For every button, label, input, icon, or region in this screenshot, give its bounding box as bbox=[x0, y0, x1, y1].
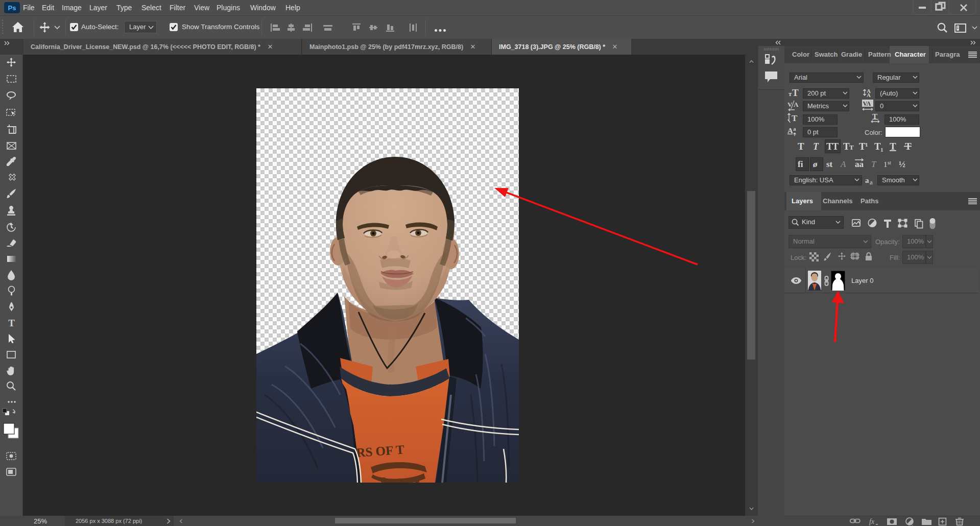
svg-text:A: A bbox=[787, 127, 793, 135]
svg-text:st: st bbox=[888, 160, 891, 165]
svg-text:т: т bbox=[788, 90, 792, 98]
svg-text:T: T bbox=[813, 141, 819, 152]
svg-text:1: 1 bbox=[883, 160, 888, 169]
svg-text:a: a bbox=[865, 176, 869, 184]
svg-text:A: A bbox=[867, 92, 871, 98]
svg-text:T: T bbox=[890, 141, 896, 152]
svg-text:½: ½ bbox=[899, 159, 905, 169]
svg-text:1: 1 bbox=[880, 147, 883, 153]
svg-text:aa: aa bbox=[855, 159, 864, 169]
svg-text:fx: fx bbox=[869, 518, 875, 525]
svg-text:T: T bbox=[8, 318, 15, 328]
svg-text:A: A bbox=[840, 159, 846, 169]
svg-text:T: T bbox=[849, 144, 854, 151]
svg-text:a: a bbox=[870, 178, 873, 185]
svg-text:T: T bbox=[792, 87, 799, 98]
svg-text:T: T bbox=[792, 113, 798, 123]
svg-text:ø: ø bbox=[812, 159, 818, 169]
svg-text:T: T bbox=[798, 141, 804, 152]
svg-text:T: T bbox=[832, 141, 839, 152]
svg-text:T: T bbox=[871, 159, 877, 169]
svg-text:fi: fi bbox=[798, 159, 803, 169]
svg-text:a: a bbox=[793, 126, 796, 132]
svg-text:A: A bbox=[794, 101, 799, 108]
svg-text:1: 1 bbox=[865, 141, 868, 148]
svg-text:st: st bbox=[826, 159, 833, 169]
svg-text:Ps: Ps bbox=[8, 4, 16, 12]
svg-text:VA: VA bbox=[863, 100, 871, 107]
